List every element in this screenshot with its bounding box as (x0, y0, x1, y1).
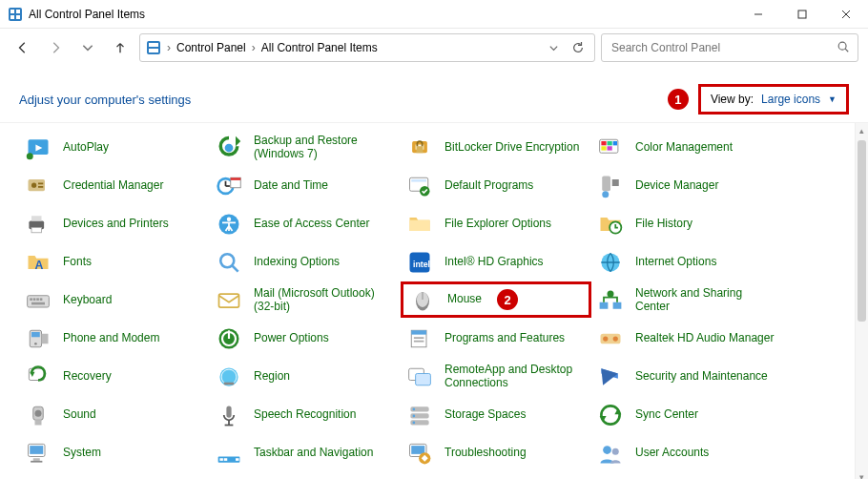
item-label: RemoteApp and Desktop Connections (444, 364, 588, 390)
sound-icon (23, 400, 53, 430)
cp-item-remoteapp-and-desktop-connections[interactable]: RemoteApp and Desktop Connections (401, 358, 591, 396)
svg-rect-62 (219, 294, 239, 307)
cp-item-indexing-options[interactable]: Indexing Options (210, 243, 401, 281)
cp-item-user-accounts[interactable]: User Accounts (591, 434, 782, 472)
cp-item-mail-microsoft-outlook-32-bit[interactable]: Mail (Microsoft Outlook) (32-bit) (210, 281, 401, 320)
cp-item-bitlocker-drive-encryption[interactable]: BitLocker Drive Encryption (401, 129, 591, 167)
svg-point-71 (34, 343, 37, 345)
recent-dropdown[interactable] (74, 34, 101, 61)
svg-point-42 (602, 191, 609, 198)
indexing-icon (214, 247, 244, 278)
forward-button[interactable] (42, 34, 69, 61)
svg-point-47 (227, 218, 231, 221)
cp-item-recovery[interactable]: Recovery (19, 358, 210, 396)
close-button[interactable] (824, 0, 868, 29)
mail-icon (214, 285, 244, 316)
security-icon (595, 362, 626, 392)
view-by-selector[interactable]: View by: Large icons ▼ (698, 84, 849, 115)
back-button[interactable] (10, 34, 36, 61)
breadcrumb-seg-control-panel[interactable]: Control Panel (176, 41, 246, 54)
item-label: Intel® HD Graphics (444, 256, 544, 269)
scroll-up-icon[interactable]: ▴ (856, 123, 868, 138)
svg-rect-107 (33, 458, 40, 461)
svg-rect-30 (38, 183, 43, 185)
view-by-value: Large icons (761, 93, 820, 106)
svg-rect-24 (608, 141, 612, 145)
item-label: Date and Time (254, 179, 328, 193)
svg-point-16 (27, 153, 33, 159)
svg-rect-58 (33, 298, 36, 301)
cp-item-network-and-sharing-center[interactable]: Network and Sharing Center (591, 281, 782, 320)
svg-point-29 (31, 183, 36, 188)
cp-item-backup-and-restore-windows-7[interactable]: Backup and Restore (Windows 7) (210, 129, 401, 167)
cp-item-programs-and-features[interactable]: Programs and Features (401, 320, 591, 358)
address-dropdown-icon[interactable] (543, 37, 564, 58)
scroll-thumb[interactable] (858, 140, 866, 322)
scroll-down-icon[interactable]: ▾ (856, 469, 868, 479)
address-bar[interactable]: › Control Panel › All Control Panel Item… (139, 33, 595, 62)
svg-point-102 (601, 406, 619, 424)
devmgr-icon (595, 171, 626, 201)
annotation-badge-1: 1 (668, 89, 689, 110)
cp-item-sync-center[interactable]: Sync Center (591, 396, 782, 434)
cp-item-security-and-maintenance[interactable]: Security and Maintenance (591, 358, 782, 396)
cp-item-power-options[interactable]: Power Options (210, 320, 401, 358)
cp-item-date-and-time[interactable]: Date and Time (210, 167, 401, 205)
cp-item-realtek-hd-audio-manager[interactable]: Realtek HD Audio Manager (591, 320, 782, 358)
cp-item-ease-of-access-center[interactable]: Ease of Access Center (210, 205, 401, 243)
svg-rect-45 (31, 228, 42, 233)
cp-item-phone-and-modem[interactable]: Phone and Modem (19, 320, 210, 358)
cp-item-taskbar-and-navigation[interactable]: Taskbar and Navigation (210, 434, 401, 472)
cp-item-troubleshooting[interactable]: Troubleshooting (401, 434, 591, 472)
search-box[interactable] (601, 33, 858, 62)
region-icon (214, 362, 244, 392)
cp-item-devices-and-printers[interactable]: Devices and Printers (19, 205, 210, 243)
svg-rect-23 (601, 141, 606, 145)
maximize-button[interactable] (780, 0, 824, 29)
control-panel-icon (8, 7, 23, 22)
svg-rect-38 (411, 179, 426, 182)
up-button[interactable] (107, 34, 134, 61)
cp-item-intel-hd-graphics[interactable]: intelIntel® HD Graphics (401, 243, 591, 281)
cp-item-sound[interactable]: Sound (19, 396, 210, 434)
network-icon (595, 285, 626, 316)
cp-item-device-manager[interactable]: Device Manager (591, 167, 782, 205)
cp-item-credential-manager[interactable]: Credential Manager (19, 167, 210, 205)
cp-item-system[interactable]: System (19, 434, 210, 472)
item-label: BitLocker Drive Encryption (444, 141, 579, 155)
item-label: Credential Manager (63, 179, 163, 193)
users-icon (595, 438, 626, 469)
refresh-button[interactable] (568, 37, 589, 58)
cp-item-file-explorer-options[interactable]: File Explorer Options (401, 205, 591, 243)
cp-item-internet-options[interactable]: Internet Options (591, 243, 782, 281)
breadcrumb-seg-all-items[interactable]: All Control Panel Items (261, 41, 378, 54)
cp-item-storage-spaces[interactable]: Storage Spaces (401, 396, 591, 434)
svg-rect-1 (10, 10, 14, 13)
svg-point-81 (603, 336, 608, 341)
cp-item-speech-recognition[interactable]: Speech Recognition (210, 396, 401, 434)
cp-item-default-programs[interactable]: Default Programs (401, 167, 591, 205)
search-icon[interactable] (837, 40, 850, 56)
minimize-button[interactable] (736, 0, 780, 29)
cp-item-fonts[interactable]: AFonts (19, 243, 210, 281)
control-panel-small-icon (146, 40, 161, 55)
svg-rect-4 (16, 15, 20, 19)
realtek-icon (595, 323, 626, 354)
scrollbar[interactable]: ▴ ▾ (855, 123, 868, 479)
filehist-icon (595, 209, 626, 240)
cp-item-mouse[interactable]: Mouse2 (401, 281, 591, 318)
cp-item-color-management[interactable]: Color Management (591, 129, 782, 167)
svg-rect-6 (798, 10, 806, 18)
svg-rect-10 (149, 43, 158, 47)
svg-point-116 (603, 446, 611, 454)
date-icon (214, 171, 244, 201)
cp-item-region[interactable]: Region (210, 358, 401, 396)
svg-rect-41 (612, 179, 619, 186)
svg-rect-67 (613, 302, 622, 309)
cp-item-autoplay[interactable]: AutoPlay (19, 129, 210, 167)
search-input[interactable] (610, 40, 837, 55)
svg-rect-57 (30, 298, 32, 301)
cp-item-file-history[interactable]: File History (591, 205, 782, 243)
svg-rect-31 (38, 186, 43, 188)
cp-item-keyboard[interactable]: Keyboard (19, 281, 210, 320)
